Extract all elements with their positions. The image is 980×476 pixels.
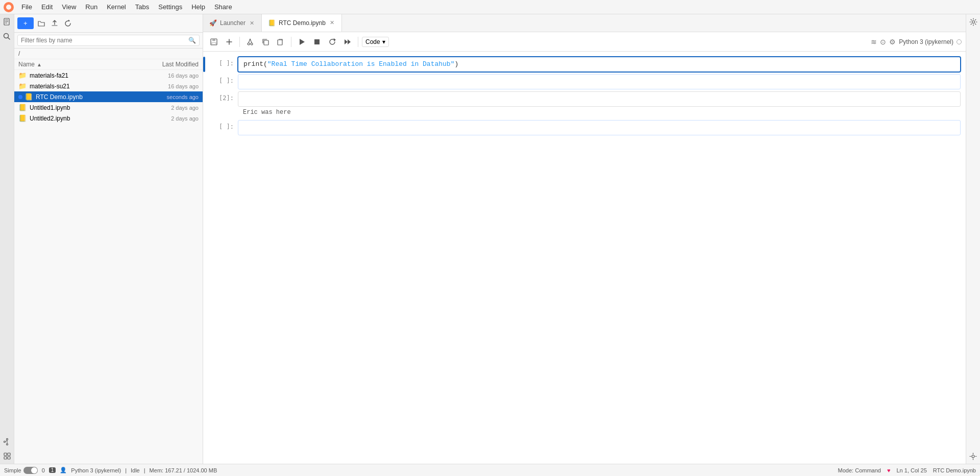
cut-button[interactable]: [243, 36, 257, 47]
cell-inactive-indicator: [203, 120, 205, 135]
menu-settings[interactable]: Settings: [154, 2, 186, 12]
svg-rect-15: [8, 457, 10, 459]
notebook-icon: 📒: [24, 93, 33, 101]
file-name: Untitled2.ipynb: [30, 115, 137, 122]
simple-toggle[interactable]: Simple: [4, 467, 38, 474]
list-item[interactable]: 📁 materials-fa21 16 days ago: [14, 70, 203, 81]
open-folder-button[interactable]: [36, 18, 47, 29]
menu-kernel[interactable]: Kernel: [103, 2, 130, 12]
list-item[interactable]: 📒 Untitled2.ipynb 2 days ago: [14, 113, 203, 124]
svg-rect-25: [264, 40, 268, 45]
tabs-bar: 🚀 Launcher ✕ 📒 RTC Demo.ipynb ✕: [203, 14, 966, 32]
restart-button[interactable]: [326, 36, 339, 47]
right-wrench-icon[interactable]: [968, 450, 979, 462]
stop-button[interactable]: [310, 36, 324, 47]
toolbar-separator-2: [291, 37, 291, 47]
status-position: Ln 1, Col 25: [897, 467, 927, 473]
activity-search-icon[interactable]: [2, 31, 13, 42]
status-left: Simple 0 1 👤 Python 3 (ipykernel) | Idle…: [4, 467, 217, 474]
svg-point-33: [972, 455, 974, 458]
rtc-tab-close[interactable]: ✕: [329, 19, 335, 27]
svg-point-21: [248, 43, 250, 45]
rtc-tab-icon: 📒: [268, 19, 276, 27]
file-name: materials-fa21: [30, 72, 137, 79]
cell-input[interactable]: print("Real Time Collaboration is Enable…: [238, 57, 961, 72]
svg-point-9: [6, 444, 8, 445]
rtc-tab-label: RTC Demo.ipynb: [279, 19, 326, 27]
running-indicator: [18, 95, 22, 99]
search-input[interactable]: [17, 35, 200, 46]
file-modified: seconds ago: [137, 94, 199, 100]
toolbar-separator: [239, 37, 240, 47]
column-name-header: Name ▲: [18, 61, 137, 68]
svg-marker-31: [348, 39, 351, 44]
svg-marker-29: [334, 38, 336, 41]
kernel-rebuild-icon: ≋: [871, 38, 877, 46]
simple-toggle-track[interactable]: [23, 467, 38, 474]
kernel-settings-icon: ⚙: [889, 38, 896, 46]
cell-output: Eric was here: [238, 107, 961, 118]
new-button[interactable]: +: [17, 17, 34, 29]
right-settings-icon[interactable]: [968, 16, 979, 28]
folder-icon: 📁: [18, 82, 27, 90]
svg-line-7: [8, 37, 10, 39]
search-submit-button[interactable]: 🔍: [188, 37, 196, 44]
file-list-header[interactable]: Name ▲ Last Modified: [14, 59, 203, 70]
activity-files-icon[interactable]: [2, 16, 13, 28]
menu-edit[interactable]: Edit: [37, 2, 57, 12]
refresh-button[interactable]: [62, 18, 74, 29]
simple-toggle-thumb: [31, 467, 37, 473]
launcher-tab-close[interactable]: ✕: [249, 19, 255, 27]
notebook-toolbar: Code ▾ ≋ ⊙ ⚙ Python 3 (ipykernel): [203, 32, 966, 52]
fast-forward-button[interactable]: [341, 36, 354, 47]
list-item[interactable]: 📁 materials-su21 16 days ago: [14, 81, 203, 91]
sidebar-toolbar: +: [14, 14, 203, 33]
cell-wrapper: [ ]:: [203, 120, 966, 135]
menu-tabs[interactable]: Tabs: [131, 2, 153, 12]
status-badge: 1: [49, 467, 56, 473]
activity-git-icon[interactable]: [2, 436, 13, 447]
svg-point-8: [6, 439, 8, 440]
svg-rect-26: [278, 40, 282, 45]
folder-icon: 📁: [18, 72, 27, 79]
list-item[interactable]: 📒 Untitled1.ipynb 2 days ago: [14, 102, 203, 113]
kernel-sync-icon: ⊙: [880, 38, 886, 46]
menu-help[interactable]: Help: [187, 2, 209, 12]
cell-input[interactable]: [238, 120, 961, 135]
status-kernel-state: Idle: [131, 467, 140, 473]
cell-label: [ ]:: [207, 120, 238, 135]
add-cell-button[interactable]: [223, 36, 236, 47]
status-right: Mode: Command ♥ Ln 1, Col 25 RTC Demo.ip…: [838, 467, 976, 473]
cell-wrapper: [2]: Eric was here: [203, 91, 966, 118]
menu-share[interactable]: Share: [210, 2, 236, 12]
activity-bar: [0, 14, 14, 464]
cell-type-dropdown[interactable]: Code ▾: [362, 37, 389, 47]
list-item[interactable]: 📒 RTC Demo.ipynb seconds ago: [14, 91, 203, 102]
svg-rect-18: [212, 42, 216, 44]
menu-run[interactable]: Run: [81, 2, 102, 12]
cell-inactive-indicator: [203, 91, 205, 107]
copy-button[interactable]: [259, 36, 272, 47]
cell-label: [2]:: [207, 91, 238, 107]
save-button[interactable]: [207, 36, 220, 47]
cell-input[interactable]: [238, 74, 961, 89]
notebook-icon: 📒: [18, 104, 27, 111]
heart-icon: ♥: [887, 467, 891, 473]
svg-rect-14: [4, 457, 7, 459]
simple-label: Simple: [4, 467, 21, 473]
main-area: + 🔍 / Name ▲ Last Modified: [0, 14, 980, 464]
activity-extensions-icon[interactable]: [2, 450, 13, 462]
upload-button[interactable]: [49, 18, 60, 29]
cells-area: [ ]: print("Real Time Collaboration is E…: [203, 52, 966, 464]
svg-point-32: [972, 21, 974, 23]
menu-view[interactable]: View: [58, 2, 80, 12]
status-kernel-name: Python 3 (ipykernel): [71, 467, 121, 473]
run-button[interactable]: [295, 36, 308, 47]
paste-button[interactable]: [274, 36, 287, 47]
column-modified-header: Last Modified: [137, 61, 199, 68]
status-notebook-name: RTC Demo.ipynb: [933, 467, 976, 473]
menu-file[interactable]: File: [17, 2, 36, 12]
cell-input[interactable]: [238, 91, 961, 107]
tab-rtc-demo[interactable]: 📒 RTC Demo.ipynb ✕: [262, 14, 342, 32]
tab-launcher[interactable]: 🚀 Launcher ✕: [203, 14, 262, 32]
